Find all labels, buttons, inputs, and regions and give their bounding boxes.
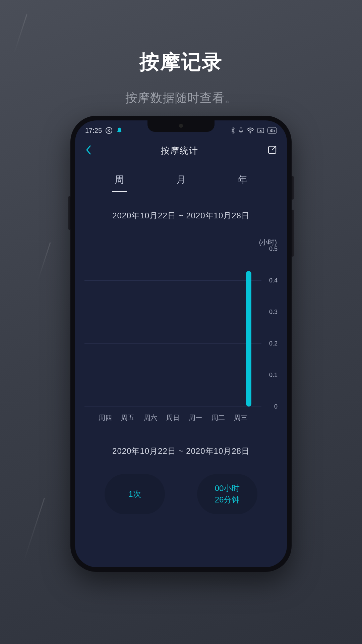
status-time: 17:25 [85, 127, 102, 135]
x-tick: 周六 [139, 413, 162, 422]
svg-text:K: K [108, 128, 111, 133]
cast-icon [257, 128, 264, 133]
y-tick: 0.2 [269, 340, 278, 347]
bar-slot [186, 249, 211, 407]
share-button[interactable] [267, 145, 277, 156]
status-app-icon: K [105, 127, 113, 134]
chart-x-axis: 周四周五周六周日周一周二周三 [94, 413, 252, 422]
phone-notch [147, 120, 215, 132]
bg-streak [38, 242, 51, 281]
bar-slot [84, 249, 110, 407]
phone-side-button [68, 196, 70, 230]
chart-bars [84, 249, 261, 407]
bg-streak [23, 498, 45, 562]
phone-frame: 17:25 K [70, 116, 292, 572]
x-tick: 周三 [230, 413, 252, 422]
promo-title: 按摩记录 [0, 49, 362, 76]
x-tick: 周二 [207, 413, 229, 422]
bar-slot [110, 249, 135, 407]
bluetooth-icon [231, 127, 235, 134]
page-title: 按摩统计 [161, 145, 198, 157]
battery-indicator: 45 [267, 127, 277, 134]
x-tick: 周五 [116, 413, 139, 422]
date-range-secondary: 2020年10月22日 ~ 2020年10月28日 [75, 446, 287, 457]
bar-slot [160, 249, 185, 407]
summary-duration-line1: 00小时 [215, 483, 240, 494]
bar-slot [135, 249, 160, 407]
phone-side-button [292, 210, 294, 257]
tab-month[interactable]: 月 [176, 173, 186, 192]
svg-point-3 [250, 132, 251, 133]
chart-bar[interactable] [246, 271, 251, 407]
summary-duration-line2: 26分钟 [215, 494, 240, 505]
y-tick: 0.3 [269, 309, 278, 316]
y-tick: 0 [274, 403, 278, 410]
y-tick: 0.4 [269, 277, 278, 284]
bar-slot [236, 249, 261, 407]
bar-slot [211, 249, 236, 407]
app-nav: 按摩统计 [75, 136, 287, 162]
x-tick: 周日 [162, 413, 184, 422]
wifi-icon [247, 127, 254, 133]
phone-side-button [292, 176, 294, 200]
phone-screen: 17:25 K [75, 120, 287, 567]
summary-row: 1次 00小时 26分钟 [75, 474, 287, 514]
svg-rect-2 [240, 128, 242, 131]
period-tabs: 周 月 年 [75, 162, 287, 196]
summary-duration: 00小时 26分钟 [197, 474, 257, 514]
chart-unit-label: (小时) [84, 238, 278, 247]
x-tick: 周一 [184, 413, 207, 422]
x-tick: 周四 [94, 413, 116, 422]
tab-week[interactable]: 周 [115, 173, 124, 192]
bar-chart: 0.5 0.4 0.3 0.2 0.1 0 [84, 249, 278, 407]
date-range: 2020年10月22日 ~ 2020年10月28日 [75, 210, 287, 221]
chart-container: (小时) 0.5 0.4 0.3 0.2 0.1 0 [84, 238, 278, 422]
bg-streak [14, 14, 27, 53]
chart-y-labels: 0.5 0.4 0.3 0.2 0.1 0 [263, 249, 278, 407]
notification-icon [116, 127, 123, 134]
y-tick: 0.5 [269, 246, 278, 253]
mic-icon [239, 127, 243, 134]
summary-count-value: 1次 [128, 488, 141, 500]
summary-count: 1次 [105, 474, 165, 514]
promo-subtitle: 按摩数据随时查看。 [0, 90, 362, 106]
y-tick: 0.1 [269, 372, 278, 379]
back-button[interactable] [85, 145, 92, 157]
tab-year[interactable]: 年 [238, 173, 247, 192]
